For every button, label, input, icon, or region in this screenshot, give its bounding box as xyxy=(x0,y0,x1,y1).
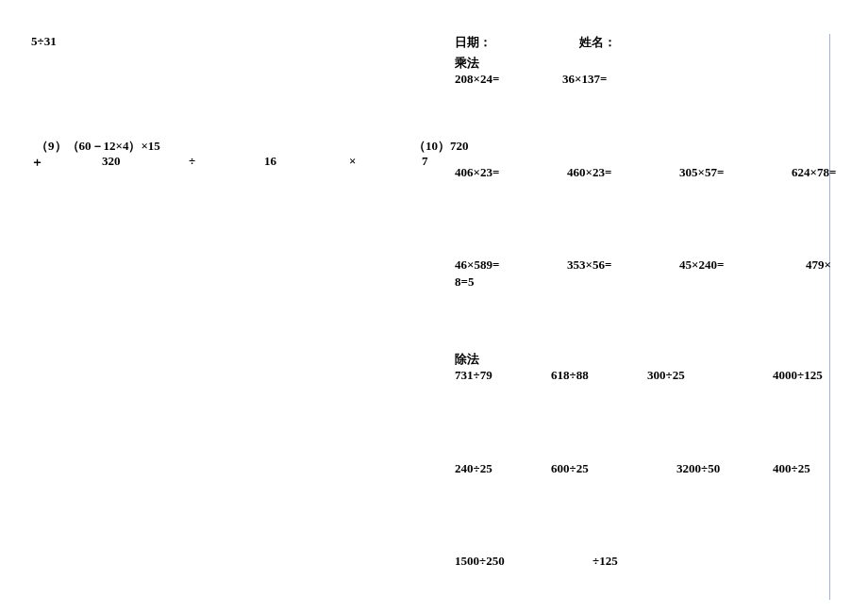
div-problem-7: 3200÷50 xyxy=(676,461,720,476)
problem-5-div-31: 5÷31 xyxy=(31,34,57,49)
div-problem-6: 600÷25 xyxy=(551,461,589,476)
mult-problem-6: 624×78= xyxy=(792,165,836,180)
multiplication-heading: 乘法 xyxy=(455,55,479,72)
div-problem-4: 4000÷125 xyxy=(773,368,823,383)
val-7: 7 xyxy=(422,154,428,169)
mult-problem-8: 353×56= xyxy=(567,257,611,273)
op-div: ÷ xyxy=(189,154,195,169)
div-problem-2: 618÷88 xyxy=(551,368,589,383)
date-label: 日期： xyxy=(455,34,492,51)
mult-problem-2: 36×137= xyxy=(562,72,607,87)
worksheet-page: 5÷31 （9）（60－12×4）×15 ＋ 320 ÷ 16 × （10）72… xyxy=(0,0,868,614)
div-problem-8: 400÷25 xyxy=(773,461,810,476)
mult-problem-7: 46×589= xyxy=(455,257,499,273)
problem-10: （10）720 xyxy=(413,138,469,155)
div-problem-1: 731÷79 xyxy=(455,368,492,383)
mult-problem-10b: 8=5 xyxy=(455,274,474,290)
mult-problem-5: 305×57= xyxy=(679,165,724,180)
div-problem-3: 300÷25 xyxy=(647,368,685,383)
op-plus: ＋ xyxy=(31,154,43,171)
div-problem-5: 240÷25 xyxy=(455,461,492,476)
mult-problem-3: 406×23= xyxy=(455,165,499,180)
val-320: 320 xyxy=(102,154,121,169)
val-16: 16 xyxy=(264,154,276,169)
mult-problem-1: 208×24= xyxy=(455,72,499,87)
div-problem-10: ÷125 xyxy=(593,554,618,569)
mult-problem-9: 45×240= xyxy=(679,257,724,273)
div-problem-9: 1500÷250 xyxy=(455,554,505,569)
mult-problem-10a: 479× xyxy=(806,257,831,273)
op-times: × xyxy=(349,154,356,169)
name-label: 姓名： xyxy=(579,34,616,51)
page-divider xyxy=(829,34,830,600)
problem-9: （9）（60－12×4）×15 xyxy=(36,138,160,155)
division-heading: 除法 xyxy=(455,351,479,368)
mult-problem-4: 460×23= xyxy=(567,165,611,180)
